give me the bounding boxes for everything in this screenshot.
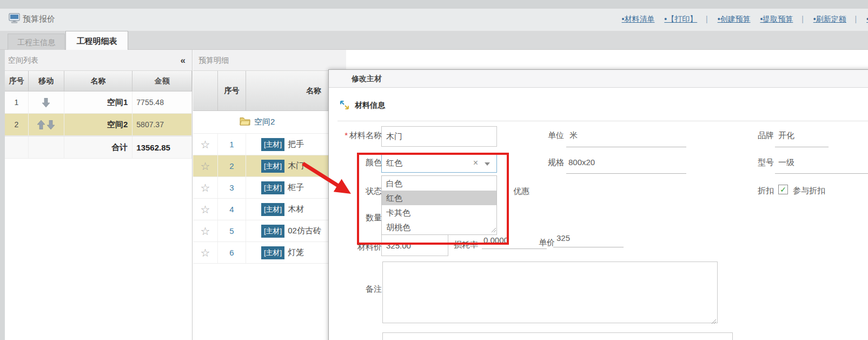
brand-underline — [775, 147, 829, 147]
link-refresh-quota[interactable]: •刷新定额 — [813, 15, 846, 23]
material-badge: [主材] — [261, 203, 284, 216]
material-price-label: 材料价 — [329, 242, 382, 252]
material-badge: [主材] — [261, 246, 284, 259]
remark-label: 备注 — [329, 284, 382, 295]
tab-project-main-info[interactable]: 工程主信息 — [8, 34, 65, 50]
tab-strip: 工程主信息 工程明细表 — [0, 31, 868, 50]
link-create-budget[interactable]: •创建预算 — [718, 15, 751, 23]
resize-handle-icon[interactable] — [491, 225, 496, 234]
unit-price-label: 单价 — [539, 238, 555, 248]
star-icon[interactable]: ☆ — [201, 204, 210, 215]
top-strip — [0, 0, 868, 9]
unit-price-underline — [553, 247, 624, 247]
loss-rate-field[interactable]: 0.0000 — [483, 236, 508, 245]
color-combobox[interactable]: 红色 × — [381, 154, 497, 173]
status-label: 状态 — [329, 186, 382, 197]
star-icon[interactable]: ☆ — [201, 139, 210, 150]
discount-label: 折扣 — [758, 186, 774, 196]
dropdown-option-red-selected[interactable]: 红色 — [382, 191, 496, 205]
column-header-amount: 金额 — [132, 71, 192, 91]
collapse-panel-button[interactable]: « — [181, 50, 185, 71]
material-badge: [主材] — [261, 138, 284, 151]
total-amount: 13562.85 — [132, 136, 192, 158]
dropdown-option-khaki[interactable]: 卡其色 — [382, 205, 496, 220]
page-title: 预算报价 — [23, 14, 55, 24]
table-row[interactable]: 2 空间2 5807.37 — [5, 114, 192, 136]
table-row[interactable]: 1 空间1 7755.48 — [5, 91, 192, 114]
spec-field[interactable]: 800x20 — [568, 158, 595, 167]
link-material-list[interactable]: •材料清单 — [622, 15, 655, 23]
unit-price-field[interactable]: 325 — [556, 233, 570, 243]
dialog-title: 修改主材 — [352, 74, 382, 83]
header-bar: 预算报价 •材料清单 •【打印】 | •创建预算 •提取预算 | •刷新定额 |… — [0, 9, 868, 31]
group-row-space2[interactable]: 空间2 — [193, 111, 346, 134]
folder-icon — [240, 117, 250, 127]
star-icon[interactable]: ☆ — [201, 182, 210, 193]
star-icon[interactable]: ☆ — [201, 226, 210, 237]
row-seq: 1 — [5, 91, 29, 113]
loss-rate-label: 损耗率 — [454, 240, 478, 250]
left-margin-strip — [0, 50, 5, 340]
quantity-label: 数量 — [329, 213, 382, 223]
material-name-input[interactable] — [381, 126, 497, 147]
model-underline — [775, 173, 868, 174]
space-amount: 7755.48 — [132, 91, 192, 113]
table-row[interactable]: ☆ 1 [主材]把手 — [193, 134, 346, 155]
discount-checkbox[interactable]: ✓ — [778, 185, 788, 194]
table-row[interactable]: ☆ 3 [主材]柜子 — [193, 177, 346, 199]
link-separator: | — [801, 15, 804, 23]
row-seq: 3 — [218, 177, 246, 198]
remark-textarea[interactable] — [382, 261, 718, 323]
item-name: 灯笼 — [288, 247, 304, 258]
item-name: 木门 — [288, 161, 304, 171]
move-up-icon[interactable] — [37, 120, 45, 129]
item-name: 柜子 — [288, 182, 304, 193]
unit-field[interactable]: 米 — [569, 130, 578, 141]
column-header-star — [193, 71, 218, 110]
model-field[interactable]: 一级 — [778, 158, 794, 168]
table-row[interactable]: ☆ 4 [主材]木材 — [193, 199, 346, 220]
table-row-selected[interactable]: ☆ 2 [主材]木门 — [193, 155, 346, 177]
budget-detail-title: 预算明细 — [198, 56, 229, 64]
dropdown-option-white[interactable]: 白色 — [382, 176, 496, 191]
chevron-down-icon[interactable] — [485, 162, 490, 166]
item-name: 02仿古砖 — [288, 226, 321, 236]
unit-underline — [566, 147, 686, 147]
next-section-box — [382, 332, 733, 340]
star-icon[interactable]: ☆ — [201, 247, 210, 258]
column-header-name: 名称 — [64, 71, 133, 91]
budget-table-header: 序号 名称 — [193, 71, 346, 111]
item-name: 木材 — [288, 204, 304, 214]
brand-label: 品牌 — [758, 130, 774, 141]
material-badge: [主材] — [261, 160, 284, 173]
spec-underline — [566, 173, 686, 174]
collapse-section-icon[interactable] — [340, 100, 349, 112]
table-row[interactable]: ☆ 6 [主材]灯笼 — [193, 242, 346, 264]
clear-icon[interactable]: × — [473, 158, 478, 168]
column-header-seq: 序号 — [5, 71, 29, 91]
row-seq: 5 — [218, 220, 246, 241]
table-row[interactable]: ☆ 5 [主材]02仿古砖 — [193, 220, 346, 242]
space-name: 空间2 — [64, 114, 133, 135]
color-value: 红色 — [386, 158, 402, 168]
dropdown-option-walnut[interactable]: 胡桃色 — [382, 220, 496, 234]
offer-label: 优惠 — [513, 186, 529, 197]
space-list-header: 空间列表 « — [5, 50, 192, 71]
loss-rate-underline — [482, 249, 547, 249]
color-label: 颜色 — [329, 158, 382, 168]
link-extract-budget[interactable]: •提取预算 — [760, 15, 793, 23]
brand-field[interactable]: 开化 — [778, 130, 794, 141]
tab-project-detail-table[interactable]: 工程明细表 — [65, 31, 128, 50]
move-down-icon[interactable] — [47, 120, 55, 129]
column-header-seq: 序号 — [218, 71, 246, 110]
dialog-titlebar: 修改主材 — [329, 70, 868, 88]
total-label: 合计 — [64, 136, 133, 158]
link-print[interactable]: •【打印】 — [664, 15, 697, 23]
material-price-input[interactable] — [381, 233, 448, 256]
row-seq: 2 — [218, 155, 246, 176]
spec-label: 规格 — [548, 158, 564, 168]
move-down-icon[interactable] — [42, 98, 50, 107]
space-table-header: 序号 移动 名称 金额 — [5, 71, 192, 91]
star-icon[interactable]: ☆ — [201, 161, 210, 172]
group-name: 空间2 — [254, 117, 275, 127]
